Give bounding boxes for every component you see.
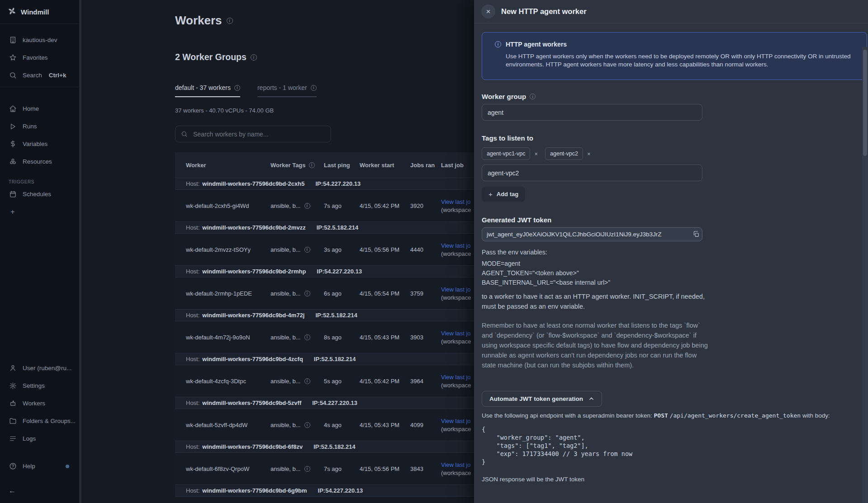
worker-name: wk-default-6f8zv-QrpoW: [186, 465, 270, 472]
add-tag-button[interactable]: + Add tag: [482, 187, 525, 202]
last-ping: 8s ago: [324, 334, 360, 341]
close-icon[interactable]: ×: [481, 5, 495, 19]
info-icon[interactable]: i: [234, 85, 240, 91]
worker-search[interactable]: [175, 126, 331, 142]
folder-icon: [9, 417, 17, 425]
info-icon[interactable]: i: [304, 334, 310, 340]
info-icon[interactable]: i: [304, 466, 310, 472]
search-input[interactable]: [192, 130, 325, 138]
sidebar: Windmill kautious-dev Favorites Search C…: [0, 0, 79, 503]
info-icon[interactable]: i: [304, 203, 310, 209]
jobs-ran: 4440: [410, 246, 441, 253]
sidebar-item-logs[interactable]: Logs: [0, 430, 79, 447]
worker-start: 4/15, 05:56 PM: [360, 246, 410, 253]
worker-start: 4/15, 05:42 PM: [360, 378, 410, 385]
info-icon[interactable]: i: [309, 162, 315, 168]
remove-tag-icon[interactable]: ×: [587, 150, 591, 157]
info-icon[interactable]: i: [304, 422, 310, 428]
drawer-scrollbar[interactable]: [862, 47, 868, 503]
tag-chip: agent-vpc1-vpc: [482, 147, 530, 160]
info-box-heading: i HTTP agent workers: [495, 41, 858, 48]
worker-start: 4/15, 05:42 PM: [360, 202, 410, 209]
remember-note: Remember to have at least one normal wor…: [482, 320, 710, 370]
info-icon[interactable]: i: [530, 94, 536, 99]
worker-name: wk-default-4zcfq-3Dtpc: [186, 378, 270, 385]
arrow-left-icon: ←: [9, 487, 16, 495]
tab-default-group[interactable]: default - 37 workers i: [175, 84, 240, 97]
last-ping: 5s ago: [324, 378, 360, 385]
info-box-text: Use HTTP agent workers only when the wor…: [506, 52, 858, 69]
pass-env-text: Pass the env variables:: [482, 249, 854, 256]
api-path: /api/agent_workers/create_agent_token: [670, 412, 801, 419]
sidebar-item-variables[interactable]: Variables: [0, 135, 79, 153]
chevron-up-icon: [588, 396, 594, 402]
tags-label: Tags to listen to: [482, 134, 854, 142]
gear-icon: [9, 382, 17, 390]
sidebar-item-folders-groups[interactable]: Folders & Groups...: [0, 412, 79, 430]
env-variables: MODE=agent AGENT_TOKEN="<token above>" B…: [482, 259, 854, 287]
sidebar-item-favorites[interactable]: Favorites: [0, 49, 79, 66]
last-ping: 7s ago: [324, 465, 360, 472]
copy-icon[interactable]: [693, 230, 700, 238]
play-icon: [9, 123, 17, 130]
calendar-icon: [9, 190, 17, 198]
sidebar-item-add-trigger[interactable]: +: [0, 203, 79, 221]
worker-tags: ansible, b... i: [270, 378, 324, 385]
sidebar-item-search[interactable]: Search Ctrl+k: [0, 66, 79, 84]
new-http-agent-worker-drawer: × New HTTP agent worker i HTTP agent wor…: [474, 0, 868, 503]
col-worker-start: Worker start: [360, 162, 410, 169]
info-icon[interactable]: i: [304, 378, 310, 384]
sidebar-item-user[interactable]: User (ruben@ru...: [0, 359, 79, 377]
sidebar-item-workspace[interactable]: kautious-dev: [0, 31, 79, 49]
page-scrollbar[interactable]: [79, 0, 81, 503]
sidebar-item-schedules[interactable]: Schedules: [0, 185, 79, 203]
worker-name: wk-default-2rmhp-1pEDE: [186, 290, 270, 297]
logs-icon: [9, 435, 17, 442]
app-logo[interactable]: Windmill: [0, 0, 79, 24]
api-method: POST: [654, 412, 668, 419]
info-icon[interactable]: i: [304, 291, 310, 296]
tab-reports-group[interactable]: reports - 1 worker i: [257, 84, 317, 97]
collapse-sidebar-button[interactable]: ←: [0, 481, 79, 500]
search-icon: [9, 71, 17, 79]
sidebar-item-workers[interactable]: Workers: [0, 395, 79, 412]
jobs-ran: 3903: [410, 334, 441, 341]
worker-group-input[interactable]: [482, 104, 702, 121]
info-icon[interactable]: i: [227, 18, 233, 24]
search-shortcut: Ctrl+k: [49, 72, 66, 79]
sidebar-item-resources[interactable]: Resources: [0, 153, 79, 170]
drawer-body: i HTTP agent workers Use HTTP agent work…: [474, 24, 868, 503]
search-icon: [181, 131, 188, 137]
worker-name: wk-default-5zvff-dp4dW: [186, 422, 270, 428]
user-icon: [9, 364, 17, 372]
http-agent-info-box: i HTTP agent workers Use HTTP agent work…: [482, 32, 867, 80]
last-ping: 4s ago: [324, 422, 360, 428]
worker-tags: ansible, b... i: [270, 246, 324, 253]
worker-start: 4/15, 05:56 PM: [360, 465, 410, 472]
sidebar-item-home[interactable]: Home: [0, 100, 79, 118]
scrollbar-thumb[interactable]: [863, 50, 867, 156]
sidebar-item-runs[interactable]: Runs: [0, 118, 79, 135]
worker-tags: ansible, b... i: [270, 202, 324, 209]
automate-jwt-toggle[interactable]: Automate JWT token generation: [482, 391, 602, 407]
worker-name: wk-default-2mvzz-tSOYy: [186, 246, 270, 253]
info-icon[interactable]: i: [251, 54, 257, 61]
jwt-token-field[interactable]: jwt_agent_eyJ0eXAiOiJKV1QiLCJhbGciOiJIUz…: [482, 227, 702, 241]
info-icon[interactable]: i: [304, 247, 310, 253]
sidebar-item-settings[interactable]: Settings: [0, 377, 79, 395]
info-icon[interactable]: i: [311, 85, 317, 91]
worker-tags: ansible, b... i: [270, 334, 324, 341]
api-endpoint-hint: Use the following api endpoint with a su…: [482, 412, 854, 419]
triggers-section-label: TRIGGERS: [9, 179, 79, 184]
tag-chips: agent-vpc1-vpc × agent-vpc2 ×: [482, 147, 854, 160]
tag-chip: agent-vpc2: [545, 147, 583, 160]
star-icon: [9, 54, 17, 61]
remove-tag-icon[interactable]: ×: [534, 150, 538, 157]
new-tag-input[interactable]: [482, 165, 702, 181]
col-worker-tags: Worker Tags i: [270, 162, 324, 169]
sidebar-item-help[interactable]: Help: [0, 457, 79, 475]
env-note: to a worker to have it act as an HTTP ag…: [482, 291, 710, 311]
jobs-ran: 3759: [410, 290, 441, 297]
jobs-ran: 3920: [410, 202, 441, 209]
col-last-ping: Last ping: [324, 162, 360, 169]
